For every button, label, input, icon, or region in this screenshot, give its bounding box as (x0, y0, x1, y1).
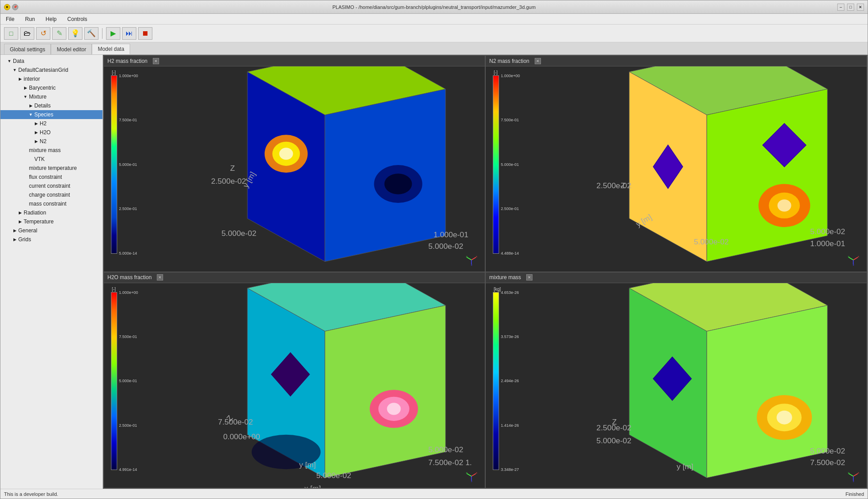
sidebar-item-details[interactable]: ▶ Details (0, 101, 102, 110)
maximize-button[interactable]: □ (847, 4, 854, 11)
arrow-icon: ▶ (17, 219, 23, 224)
sidebar-item-vtk[interactable]: VTK (0, 155, 102, 164)
sidebar-item-grids[interactable]: ▶ Grids (0, 235, 102, 244)
svg-text:z: z (853, 480, 854, 483)
build-button[interactable]: 🔨 (84, 27, 98, 40)
axis-indicator: x y z (465, 470, 478, 483)
svg-text:1.000e-01: 1.000e-01 (434, 230, 468, 239)
close-button[interactable]: ✕ (857, 4, 864, 11)
tab-global-settings[interactable]: Global settings (4, 44, 51, 54)
scale-label-75: 7.500e-01 (501, 118, 520, 122)
sidebar-item-mixture-mass[interactable]: mixture mass (0, 146, 102, 155)
sidebar-item-mixture-temperature[interactable]: mixture temperature (0, 164, 102, 173)
title-bar-controls[interactable]: – □ ✕ (837, 4, 864, 11)
cube-svg: 1.000e-01 (144, 283, 471, 488)
sidebar-item-charge-constraint[interactable]: charge constraint (0, 190, 102, 199)
svg-line-71 (467, 474, 471, 476)
sidebar-item-current-constraint[interactable]: current constraint (0, 181, 102, 190)
scale-label-min: 3.348e-27 (501, 467, 519, 472)
play-button[interactable]: ▶ (106, 27, 120, 40)
arrow-icon (28, 157, 33, 162)
sidebar-item-n2[interactable]: ▶ N2 (0, 137, 102, 146)
scale-label-max: 4.653e-26 (501, 290, 519, 295)
sidebar-label: interior (24, 76, 40, 82)
menu-help[interactable]: Help (44, 15, 58, 23)
open-button[interactable]: 🗁 (20, 27, 34, 40)
svg-line-95 (853, 474, 858, 476)
svg-line-45 (853, 257, 858, 260)
cube-visualization: 1.000e-01 (526, 75, 853, 258)
sidebar-label: current constraint (29, 183, 70, 189)
sidebar-item-interior[interactable]: ▶ interior (0, 74, 102, 83)
edit-button[interactable]: ✎ (52, 27, 66, 40)
sidebar-item-general[interactable]: ▶ General (0, 226, 102, 235)
unit-label: [kg] (494, 287, 501, 292)
sidebar-item-data[interactable]: ▼ Data (0, 57, 102, 66)
sidebar-item-mixture[interactable]: ▼ Mixture (0, 92, 102, 101)
svg-text:z: z (471, 264, 472, 266)
panel-mixture-mass: mixture mass ✕ [kg] 4.653e-26 3.573e-26 … (486, 272, 867, 488)
arrow-icon (23, 174, 28, 180)
menu-file[interactable]: File (4, 15, 16, 23)
svg-text:z: z (471, 480, 472, 483)
new-button[interactable]: □ (4, 27, 18, 40)
sidebar-item-h2[interactable]: ▶ H2 (0, 119, 102, 128)
stop-button[interactable]: ⏹ (138, 27, 152, 40)
menu-controls[interactable]: Controls (66, 15, 89, 23)
svg-text:5.000e-02: 5.000e-02 (810, 227, 845, 236)
svg-text:2.500e-02: 2.500e-02 (211, 177, 246, 186)
sidebar-item-defaultcartesiangrid[interactable]: ▼ DefaultCartesianGrid (0, 66, 102, 74)
sidebar-label: Radiation (24, 210, 46, 216)
toolbar-separator (102, 28, 102, 39)
sidebar-label: charge constraint (29, 192, 70, 198)
sidebar-label: flux constraint (29, 174, 62, 180)
settings-button[interactable]: 💡 (68, 27, 82, 40)
arrow-icon: ▶ (28, 103, 33, 108)
tab-model-data[interactable]: Model data (92, 44, 130, 54)
arrow-icon: ▶ (33, 139, 39, 144)
svg-text:5.000e-02: 5.000e-02 (428, 445, 463, 454)
svg-text:2.500e-02: 2.500e-02 (597, 424, 631, 433)
sidebar-label: VTK (34, 156, 45, 162)
sidebar-item-barycentric[interactable]: ▶ Barycentric (0, 83, 102, 92)
svg-line-20 (471, 257, 476, 260)
arrow-icon (23, 201, 28, 206)
panel-h2o-mass-fraction: H2O mass fraction ✕ [-] 1.000e+00 7.500e… (104, 272, 485, 488)
cube-visualization: 1.000e-01 (144, 292, 471, 475)
tab-bar: Global settings Model editor Model data (0, 42, 868, 55)
svg-text:7.500e-02: 7.500e-02 (218, 417, 253, 426)
svg-point-7 (279, 148, 293, 160)
refresh-button[interactable]: ↺ (36, 27, 50, 40)
sidebar-item-species[interactable]: ▼ Species (0, 110, 102, 119)
panel-body: [-] 1.000e+00 7.500e-01 5.000e-01 2.500e… (486, 66, 867, 272)
svg-point-84 (777, 411, 792, 425)
step-button[interactable]: ⏭ (122, 27, 136, 40)
panel-close-button[interactable]: ✕ (153, 58, 159, 64)
arrow-icon: ▶ (17, 76, 23, 82)
cube-svg: 1.000e-01 (526, 66, 853, 272)
sidebar-label: mass constraint (29, 201, 66, 207)
menu-run[interactable]: Run (23, 15, 37, 23)
svg-text:Z: Z (230, 164, 235, 173)
arrow-icon (23, 148, 28, 153)
sidebar-item-flux-constraint[interactable]: flux constraint (0, 173, 102, 181)
sidebar-item-radiation[interactable]: ▶ Radiation (0, 208, 102, 217)
scale-label-min: 4.488e-14 (501, 251, 520, 256)
panel-close-button[interactable]: ✕ (526, 274, 532, 280)
svg-text:y: y (848, 471, 849, 474)
svg-text:x: x (858, 255, 859, 258)
panel-close-button[interactable]: ✕ (535, 58, 541, 64)
sidebar-label: General (18, 227, 37, 234)
tab-model-editor[interactable]: Model editor (51, 44, 92, 54)
scale-label-max: 1.000e+00 (119, 74, 138, 78)
svg-text:7.500e-02: 7.500e-02 (810, 458, 845, 467)
sidebar-item-h2o[interactable]: ▶ H2O (0, 128, 102, 137)
arrow-icon: ▶ (17, 210, 23, 215)
sidebar-item-mass-constraint[interactable]: mass constraint (0, 199, 102, 208)
window-title: PLASIMO - /home/diana/src/gum-branch/plp… (332, 4, 536, 10)
panel-h2-mass-fraction: H2 mass fraction ✕ [-] 1.000e+00 7.500e-… (104, 56, 485, 272)
panel-close-button[interactable]: ✕ (157, 274, 163, 280)
sidebar-item-temperature[interactable]: ▶ Temperature (0, 217, 102, 226)
app-icon-yellow: ✦ (4, 4, 10, 10)
minimize-button[interactable]: – (837, 4, 844, 11)
